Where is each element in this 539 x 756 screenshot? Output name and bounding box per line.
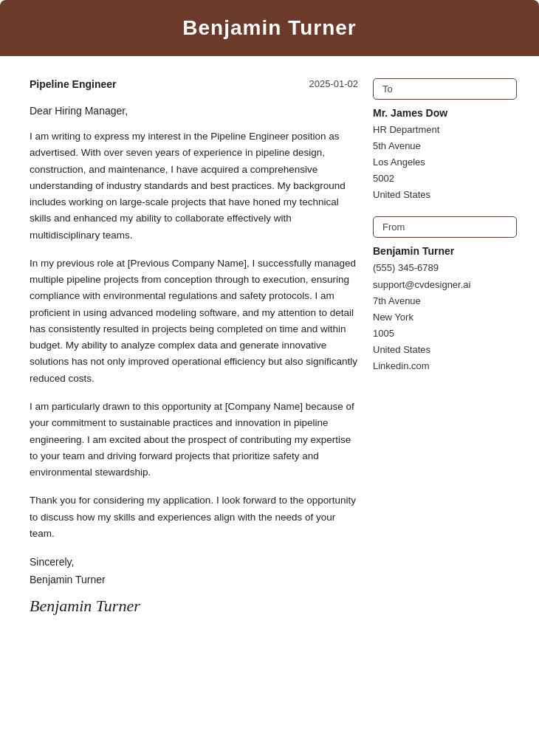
to-zip: 5002: [373, 171, 517, 187]
paragraph-2: In my previous role at [Previous Company…: [30, 255, 358, 387]
to-address1: 5th Avenue: [373, 138, 517, 154]
from-section: From Benjamin Turner (555) 345-6789 supp…: [373, 216, 517, 374]
from-city: New York: [373, 309, 517, 326]
letter-body: I am writing to express my interest in t…: [30, 128, 358, 542]
cover-letter-page: Benjamin Turner Pipeline Engineer 2025-0…: [0, 0, 539, 756]
from-name: Benjamin Turner: [373, 245, 517, 257]
header: Benjamin Turner: [0, 0, 539, 56]
to-country: United States: [373, 187, 517, 203]
closing-line2: Benjamin Turner: [30, 571, 358, 589]
signature: Benjamin Turner: [30, 597, 358, 616]
from-address1: 7th Avenue: [373, 293, 517, 309]
paragraph-4: Thank you for considering my application…: [30, 492, 358, 542]
to-department: HR Department: [373, 122, 517, 138]
header-name: Benjamin Turner: [30, 16, 509, 40]
to-info: HR Department 5th Avenue Los Angeles 500…: [373, 122, 517, 203]
salutation: Dear Hiring Manager,: [30, 105, 358, 117]
to-section: To Mr. James Dow HR Department 5th Avenu…: [373, 78, 517, 203]
to-city: Los Angeles: [373, 154, 517, 171]
from-zip: 1005: [373, 326, 517, 342]
from-website: Linkedin.com: [373, 358, 517, 374]
to-name: Mr. James Dow: [373, 107, 517, 119]
from-email: support@cvdesigner.ai: [373, 277, 517, 293]
paragraph-1: I am writing to express my interest in t…: [30, 128, 358, 244]
sidebar: To Mr. James Dow HR Department 5th Avenu…: [373, 78, 517, 616]
letter-date: 2025-01-02: [309, 78, 359, 90]
paragraph-3: I am particularly drawn to this opportun…: [30, 399, 358, 481]
main-letter: Pipeline Engineer 2025-01-02 Dear Hiring…: [30, 78, 358, 616]
from-country: United States: [373, 342, 517, 358]
letter-meta: Pipeline Engineer 2025-01-02: [30, 78, 358, 90]
from-phone: (555) 345-6789: [373, 260, 517, 276]
from-label: From: [373, 216, 517, 238]
closing-line1: Sincerely,: [30, 554, 358, 571]
closing: Sincerely, Benjamin Turner: [30, 554, 358, 589]
from-info: (555) 345-6789 support@cvdesigner.ai 7th…: [373, 260, 517, 374]
job-title: Pipeline Engineer: [30, 78, 116, 90]
content-area: Pipeline Engineer 2025-01-02 Dear Hiring…: [0, 56, 539, 638]
to-label: To: [373, 78, 517, 100]
